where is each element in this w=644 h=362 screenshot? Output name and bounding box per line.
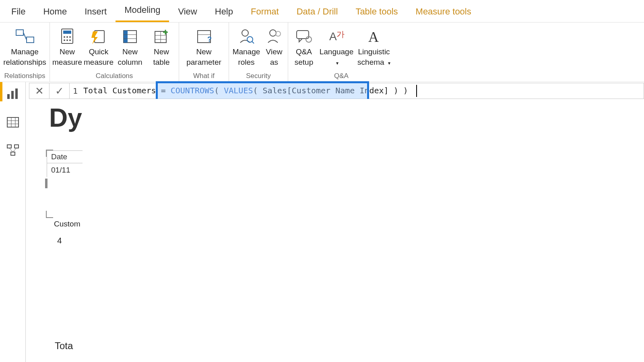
group-label-security: Security (246, 72, 270, 81)
tab-help[interactable]: Help (206, 1, 242, 22)
view-as-icon (266, 26, 283, 47)
quick-measure-label: Quick measure (84, 47, 114, 68)
manage-roles-button[interactable]: Manage roles (231, 25, 262, 68)
svg-rect-45 (7, 145, 11, 148)
view-as-button[interactable]: View as (262, 25, 286, 68)
group-label-calculations: Calculations (96, 72, 133, 81)
linguistic-schema-button[interactable]: A Linguistic schema ▾ (355, 25, 393, 69)
model-view-button[interactable] (4, 142, 22, 159)
new-column-icon (122, 26, 138, 47)
svg-rect-14 (124, 31, 128, 43)
svg-rect-1 (27, 37, 34, 43)
data-view-button[interactable] (4, 113, 22, 131)
table-icon (6, 116, 19, 129)
view-rail (0, 82, 26, 362)
total-label: Tota (55, 340, 73, 352)
group-label-qa: Q&A (334, 72, 349, 81)
intellisense-dropdown[interactable] (83, 99, 644, 362)
ribbon: Manage relationships Relationships New m… (0, 23, 644, 82)
svg-point-9 (66, 39, 68, 41)
tab-table-tools[interactable]: Table tools (347, 1, 407, 22)
svg-marker-32 (299, 39, 302, 42)
resize-handle-icon[interactable] (46, 211, 53, 218)
svg-rect-37 (7, 94, 10, 99)
relationships-icon (15, 26, 35, 47)
svg-line-49 (13, 148, 17, 152)
manage-roles-icon (238, 26, 255, 47)
svg-point-8 (64, 39, 65, 41)
new-table-button[interactable]: New table (146, 25, 177, 68)
resize-handle-icon[interactable] (45, 179, 47, 188)
chevron-down-icon: ▾ (336, 60, 339, 66)
chevron-down-icon: ▾ (388, 60, 390, 66)
svg-rect-47 (11, 152, 15, 155)
svg-point-26 (242, 30, 248, 36)
tab-data-drill[interactable]: Data / Drill (288, 1, 347, 22)
new-parameter-label: New parameter (186, 47, 221, 68)
view-as-label: View as (266, 47, 283, 68)
svg-point-10 (69, 39, 71, 41)
svg-rect-0 (16, 30, 23, 35)
svg-point-6 (66, 36, 68, 38)
svg-rect-39 (15, 88, 18, 99)
ribbon-tabs: File Home Insert Modeling View Help Form… (0, 0, 644, 23)
svg-rect-38 (11, 91, 14, 99)
resize-handle-icon[interactable] (46, 150, 53, 157)
svg-rect-4 (63, 31, 71, 34)
model-icon (6, 144, 19, 157)
group-calculations: New measure Quick measure New column New… (50, 23, 179, 82)
tab-insert[interactable]: Insert (76, 1, 116, 22)
cancel-formula-button[interactable]: ✕ (29, 83, 50, 99)
svg-line-28 (252, 41, 254, 43)
language-icon: A가 (328, 26, 345, 47)
new-table-label: New table (153, 47, 169, 68)
tab-view[interactable]: View (169, 1, 206, 22)
svg-line-48 (9, 148, 13, 152)
manage-roles-label: Manage roles (233, 47, 260, 68)
new-table-icon (153, 26, 169, 47)
qa-setup-label: Q&A setup (295, 47, 313, 68)
new-column-label: New column (118, 47, 142, 68)
new-parameter-button[interactable]: ? New parameter (181, 25, 227, 68)
group-whatif: ? New parameter What if (179, 23, 229, 82)
svg-rect-46 (14, 145, 19, 148)
language-label: Language▾ (320, 47, 354, 68)
svg-point-30 (276, 31, 281, 36)
group-label-relationships: Relationships (4, 72, 45, 81)
calculator-icon (59, 26, 75, 47)
quick-measure-button[interactable]: Quick measure (83, 25, 114, 68)
svg-text:가: 가 (336, 30, 345, 39)
formula-bar[interactable]: ✕ ✓ 1 Total Customers = COUNTROWS( VALUE… (29, 83, 644, 99)
font-icon: A (366, 26, 382, 47)
new-measure-button[interactable]: New measure (52, 25, 83, 68)
formula-input[interactable]: Total Customers = COUNTROWS( VALUES( Sal… (81, 85, 644, 97)
chat-gear-icon (295, 26, 313, 47)
commit-formula-button[interactable]: ✓ (50, 83, 70, 99)
svg-point-29 (270, 30, 276, 36)
qa-setup-button[interactable]: Q&A setup (290, 25, 318, 69)
tab-format[interactable]: Format (242, 1, 288, 22)
report-view-button[interactable] (4, 85, 22, 103)
svg-text:A: A (329, 30, 337, 43)
svg-line-2 (23, 33, 27, 40)
language-button[interactable]: A가 Language▾ (318, 25, 355, 69)
line-number: 1 (70, 86, 81, 96)
tab-measure-tools[interactable]: Measure tools (407, 1, 480, 22)
parameter-icon: ? (195, 26, 213, 47)
group-relationships: Manage relationships Relationships (0, 23, 50, 82)
tab-file[interactable]: File (2, 1, 34, 22)
page-title: Dy (49, 103, 82, 133)
svg-point-7 (69, 36, 71, 38)
quick-measure-icon (91, 26, 107, 47)
group-label-whatif: What if (193, 72, 215, 81)
group-qa: Q&A setup A가 Language▾ A Linguistic sche… (288, 23, 394, 82)
tab-modeling[interactable]: Modeling (116, 0, 169, 22)
tab-home[interactable]: Home (34, 1, 76, 22)
customer-label: Custom (54, 220, 80, 228)
manage-relationships-button[interactable]: Manage relationships (2, 25, 48, 68)
svg-point-5 (64, 36, 65, 38)
new-column-button[interactable]: New column (114, 25, 146, 68)
svg-text:A: A (368, 29, 379, 45)
text-cursor (416, 85, 417, 97)
new-measure-label: New measure (52, 47, 82, 68)
